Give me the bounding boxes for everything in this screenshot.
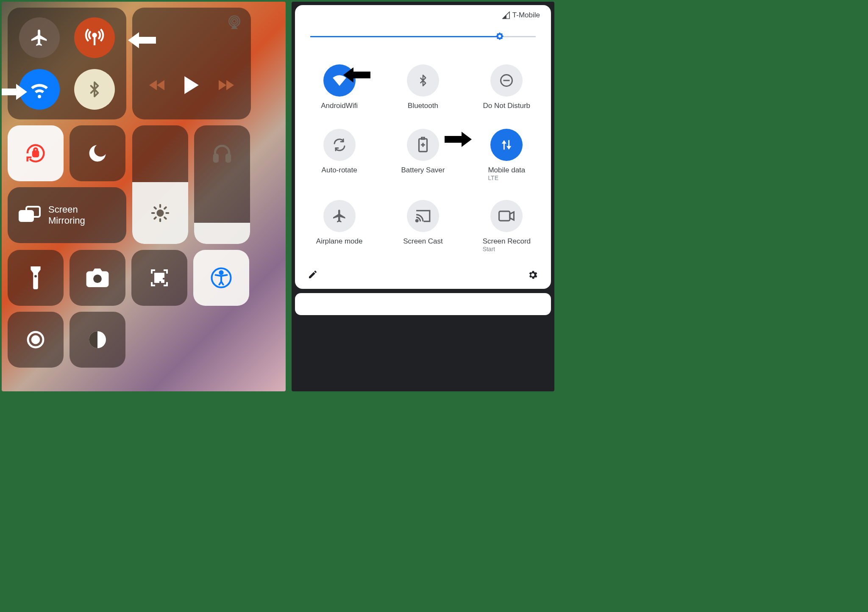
svg-line-14 [164,217,166,219]
svg-point-8 [156,210,164,217]
svg-point-19 [34,275,37,277]
airplane-icon [332,208,347,224]
brightness-slider[interactable] [310,31,536,42]
svg-point-27 [220,271,223,274]
forward-button[interactable] [219,79,234,91]
headphones-icon [211,143,233,164]
svg-line-15 [154,217,156,219]
gear-icon [527,269,538,280]
svg-point-31 [498,35,501,38]
cast-label: Screen Cast [403,237,443,246]
svg-point-3 [231,18,238,25]
bluetooth-icon [86,79,103,100]
mobile-data-sublabel: LTE [488,174,525,181]
mobile-data-label: Mobile data [488,166,525,174]
edit-tiles-button[interactable] [308,269,318,282]
play-button[interactable] [184,76,199,94]
volume-slider[interactable] [194,125,250,244]
dnd-label: Do Not Disturb [483,102,530,110]
record-label: Screen Record [483,237,531,246]
record-icon [25,330,46,350]
svg-rect-25 [162,280,164,282]
screen-record-tile[interactable]: Screen RecordStart [473,200,540,252]
quick-settings-card: T-Mobile AndroidWifi Bluetooth [295,5,551,289]
moon-icon [86,142,108,164]
screen-record-button[interactable] [8,312,64,368]
autorotate-label: Auto-rotate [322,166,357,174]
accessibility-button[interactable] [193,250,249,306]
svg-rect-39 [499,211,510,221]
screen-mirroring-label: Screen Mirroring [48,204,85,227]
brightness-thumb-icon [494,31,505,42]
airplane-tile[interactable]: Airplane mode [306,200,373,252]
signal-icon [502,11,510,19]
flashlight-icon [28,266,43,289]
svg-point-0 [93,33,96,36]
screen-mirroring-button[interactable]: Screen Mirroring [8,187,126,243]
cast-tile[interactable]: Screen Cast [389,200,456,252]
media-tile [132,8,251,119]
settings-button[interactable] [527,269,538,282]
airplay-audio-icon[interactable] [227,15,242,31]
battery-saver-icon [417,137,428,153]
annotation-arrow-mobiledata [445,130,472,150]
android-quick-settings: T-Mobile AndroidWifi Bluetooth [292,2,554,391]
wifi-icon [29,79,50,100]
svg-line-16 [164,208,166,209]
record-video-icon [498,210,515,222]
annotation-arrow-cellular [128,30,156,52]
do-not-disturb-toggle[interactable] [70,125,125,181]
contrast-icon [87,330,108,350]
annotation-arrow-wifi [343,66,370,86]
autorotate-icon [332,137,347,152]
svg-rect-5 [33,151,38,156]
camera-button[interactable] [70,250,125,306]
svg-point-29 [32,336,39,343]
cellular-antenna-icon [84,28,105,48]
pencil-icon [308,269,318,280]
sun-icon [150,203,170,223]
flashlight-button[interactable] [8,250,64,306]
svg-rect-23 [155,279,159,282]
notification-bar[interactable] [295,293,551,315]
bluetooth-toggle[interactable] [74,69,115,110]
autorotate-tile[interactable]: Auto-rotate [306,129,373,181]
airplane-label: Airplane mode [316,237,363,246]
airplane-icon [30,28,49,47]
orientation-lock-toggle[interactable] [8,125,64,181]
wifi-tile[interactable]: AndroidWifi [306,64,373,110]
mobile-data-tile[interactable]: Mobile dataLTE [473,129,540,181]
rewind-button[interactable] [149,79,164,91]
bluetooth-icon [417,73,429,88]
status-bar: T-Mobile [306,11,540,19]
svg-rect-22 [160,274,164,277]
qr-scanner-button[interactable] [131,250,187,306]
wifi-label: AndroidWifi [321,102,358,110]
dnd-tile[interactable]: Do Not Disturb [473,64,540,110]
annotation-arrow-wifi [2,82,27,103]
qr-code-icon [149,268,170,288]
svg-rect-21 [155,274,159,277]
svg-line-13 [154,208,156,209]
battery-saver-label: Battery Saver [401,166,445,174]
svg-rect-18 [226,155,230,162]
screen-mirroring-icon [19,206,41,224]
dark-mode-button[interactable] [70,312,125,368]
cast-icon [415,209,431,223]
airplane-mode-toggle[interactable] [19,17,60,58]
camera-icon [86,269,109,287]
rotation-lock-icon [23,141,48,166]
dnd-icon [499,73,514,88]
brightness-slider[interactable] [132,125,188,244]
carrier-label: T-Mobile [512,11,540,19]
bluetooth-label: Bluetooth [408,102,438,110]
cellular-data-toggle[interactable] [74,17,115,58]
accessibility-icon [210,266,233,289]
ios-control-center: Screen Mirroring [2,2,286,391]
svg-point-20 [93,274,102,283]
record-sublabel: Start [483,246,531,252]
svg-point-2 [233,19,236,23]
bluetooth-tile[interactable]: Bluetooth [389,64,456,110]
data-arrows-icon [500,138,513,152]
svg-rect-17 [214,155,217,162]
